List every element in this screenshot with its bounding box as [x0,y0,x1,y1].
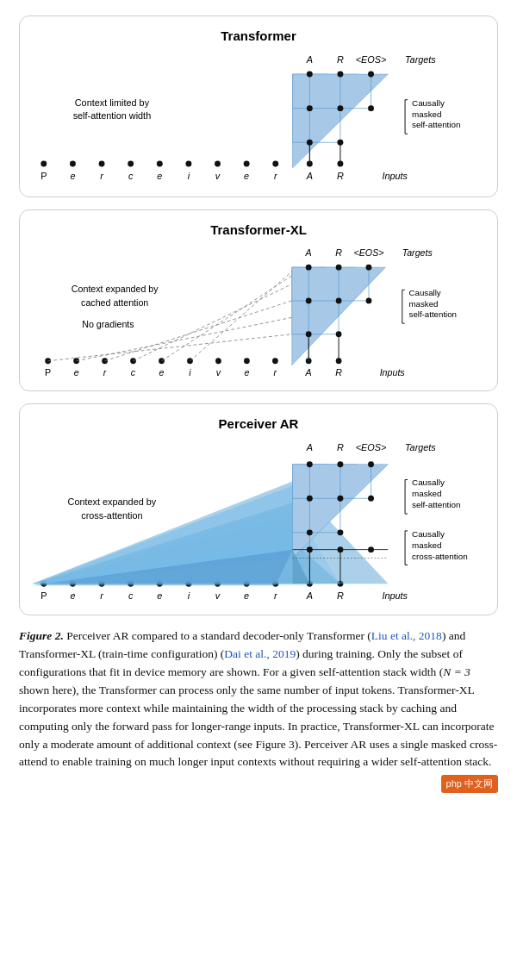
svg-point-161 [307,496,313,502]
svg-text:r: r [274,590,277,601]
svg-text:i: i [189,367,191,378]
svg-point-87 [366,265,372,271]
svg-text:Context expanded by: Context expanded by [72,284,159,294]
transformer-xl-svg: P e r c e i v e r A R Inputs A R <EOS> T… [28,244,489,382]
watermark-badge: php 中文网 [441,775,498,793]
svg-text:c: c [128,590,134,601]
figure-caption: Figure 2. Perceiver AR compared to a sta… [19,627,498,771]
svg-point-17 [70,160,76,166]
svg-text:Causally: Causally [412,529,445,539]
svg-text:A: A [305,367,312,378]
svg-text:<EOS>: <EOS> [354,247,384,258]
svg-text:e: e [70,590,75,601]
transformer-diagram-box: Transformer P e r c e i v e r A R Inputs… [19,16,498,197]
svg-text:e: e [157,590,162,601]
svg-point-19 [128,160,134,166]
caption-link2: Dai et al., 2019 [224,647,296,660]
figure-label: Figure 2. [19,629,64,642]
svg-text:e: e [74,367,79,378]
svg-text:cross-attention: cross-attention [412,552,468,561]
svg-point-72 [215,358,221,364]
svg-text:e: e [244,367,249,378]
svg-point-85 [306,265,312,271]
svg-text:e: e [159,367,165,378]
svg-text:Context limited by: Context limited by [75,97,150,108]
svg-point-39 [337,105,343,111]
svg-text:v: v [215,590,221,601]
svg-point-42 [368,105,374,111]
svg-line-97 [105,301,292,361]
svg-text:masked: masked [412,109,442,119]
svg-text:A: A [306,590,313,601]
svg-point-92 [366,298,372,304]
transformer-xl-diagram-box: Transformer-XL P e r c e i v e r A R Inp… [19,209,498,391]
svg-point-38 [307,105,313,111]
svg-point-73 [244,358,250,364]
svg-text:R: R [337,54,344,65]
transformer-xl-title: Transformer-XL [28,222,489,237]
svg-text:r: r [100,590,103,601]
svg-text:P: P [40,171,47,181]
perceiver-ar-area: P e r c e i v e r A R Inputs A R <EOS> T… [28,438,489,606]
svg-point-163 [307,529,313,535]
svg-text:i: i [188,171,190,181]
svg-text:Context expanded by: Context expanded by [68,496,157,507]
svg-text:Targets: Targets [405,54,436,65]
perceiver-ar-svg: P e r c e i v e r A R Inputs A R <EOS> T… [28,438,489,606]
svg-text:R: R [335,367,342,378]
svg-point-162 [337,496,343,502]
svg-point-20 [157,160,163,166]
caption-math: N = 3 [443,665,470,678]
svg-text:self-attention: self-attention [412,120,461,129]
svg-point-22 [215,160,221,166]
svg-line-99 [162,276,292,361]
svg-point-24 [272,160,278,166]
svg-point-18 [99,160,105,166]
caption-text4: shown here), the Transformer can process… [19,684,497,769]
svg-point-164 [337,529,343,535]
svg-line-100 [190,272,291,361]
svg-text:R: R [337,442,344,453]
svg-text:i: i [188,590,190,601]
svg-text:R: R [337,590,344,601]
svg-point-168 [368,546,374,552]
svg-point-74 [272,358,278,364]
svg-text:A: A [306,54,313,65]
svg-text:self-attention: self-attention [412,500,461,509]
svg-text:masked: masked [412,489,442,498]
svg-point-160 [368,461,374,467]
svg-text:Inputs: Inputs [382,171,408,181]
svg-text:self-attention: self-attention [409,309,457,319]
svg-text:cached attention: cached attention [81,297,148,308]
svg-text:e: e [244,171,249,181]
svg-text:self-attention width: self-attention width [73,110,152,121]
svg-text:masked: masked [412,540,442,550]
transformer-xl-area: P e r c e i v e r A R Inputs A R <EOS> T… [28,244,489,382]
svg-point-37 [368,72,374,78]
svg-text:<EOS>: <EOS> [356,442,387,453]
svg-text:<EOS>: <EOS> [356,54,387,65]
svg-text:c: c [131,367,136,378]
transformer-area: P e r c e i v e r A R Inputs A R <EOS> T… [28,50,489,188]
perceiver-ar-diagram-box: Perceiver AR P e r c e i v e r A R Input… [19,403,498,615]
transformer-svg: P e r c e i v e r A R Inputs A R <EOS> T… [28,50,489,188]
svg-text:masked: masked [409,299,439,309]
svg-text:Causally: Causally [412,98,445,108]
svg-text:c: c [128,171,134,181]
transformer-title: Transformer [28,28,489,43]
perceiver-ar-title: Perceiver AR [28,416,489,431]
caption-link1: Liu et al., 2018 [371,629,442,642]
svg-text:A: A [306,442,313,453]
svg-text:Targets: Targets [402,247,433,258]
svg-point-16 [40,160,47,166]
svg-point-158 [307,461,313,467]
svg-text:Inputs: Inputs [382,590,408,601]
svg-text:r: r [103,367,107,378]
svg-text:A: A [306,171,313,181]
svg-text:cross-attention: cross-attention [81,510,142,521]
svg-text:R: R [337,171,344,181]
svg-point-89 [336,298,342,304]
svg-point-88 [306,298,312,304]
svg-text:Causally: Causally [409,288,441,297]
svg-text:P: P [45,367,51,378]
